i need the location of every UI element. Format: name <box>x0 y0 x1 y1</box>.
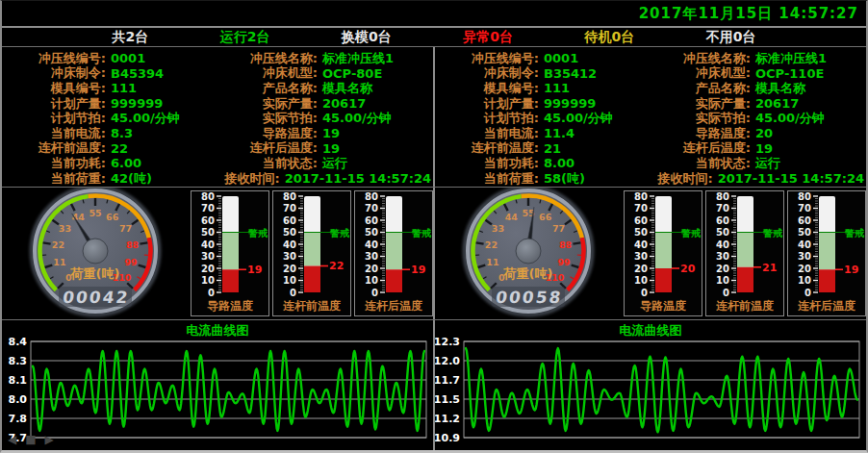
field-value: 标准冲压线1 <box>755 50 827 67</box>
info-column-0: 冲压线编号:0001冲床制令:B35412模具编号:111计划产量:999999… <box>441 51 652 187</box>
info-field-row: 实际节拍:45.00/分钟 <box>219 111 431 126</box>
gauge-tick-label: 99 <box>557 257 570 267</box>
thermometer-导路温度: 01020304050607080警戒20导路温度 <box>624 190 702 316</box>
titlebar: 2017年11月15日 14:57:27 <box>2 1 866 26</box>
thermo-scale-label: 20 <box>201 264 215 274</box>
field-value: 111 <box>544 81 570 95</box>
y-axis-label: 12.0 <box>435 355 460 367</box>
chart-title: 电流曲线图 <box>435 320 866 337</box>
thermo-scale-label: 30 <box>283 251 296 262</box>
info-field-row: 当前电流:11.4 <box>441 126 652 141</box>
info-field-row: 当前功耗:8.00 <box>441 156 652 171</box>
thermo-scale-label: 0 <box>290 288 296 298</box>
field-value: 19 <box>755 141 773 156</box>
y-axis-label: 8.4 <box>9 337 28 348</box>
status-item-1: 运行2台 <box>220 29 270 46</box>
field-value: 运行 <box>755 155 780 172</box>
field-value: 19 <box>322 126 340 140</box>
thermo-label: 连杆前温度 <box>283 299 341 313</box>
info-column-1: 冲压线名称:标准冲压线1冲床机型:OCP-80E产品名称:模具名称实际产量:20… <box>219 51 431 187</box>
thermo-scale-label: 30 <box>798 251 811 262</box>
thermo-scale-label: 0 <box>208 288 215 298</box>
field-value: 42(吨) <box>111 170 152 188</box>
thermo-scale-label: 40 <box>365 239 378 250</box>
stop-icon[interactable]: ■ <box>25 433 36 446</box>
thermo-scale-label: 70 <box>365 203 378 214</box>
field-value: 2017-11-15 14:57:24 <box>285 171 431 186</box>
warn-threshold-label: 警戒 <box>247 228 268 239</box>
info-field-row: 产品名称:模具名称 <box>652 81 864 96</box>
thermo-scale-label: 0 <box>371 288 378 298</box>
scroll-right-icon[interactable]: ▶ <box>45 433 54 446</box>
field-value: 8.00 <box>544 156 574 170</box>
gauge-odometer: 00058 <box>495 288 564 307</box>
info-field-row: 当前状态:运行 <box>652 156 864 171</box>
field-value: 模具名称 <box>322 80 372 97</box>
info-field-row: 冲压线编号:0001 <box>8 51 219 66</box>
thermo-scale-label: 80 <box>634 191 648 202</box>
thermometer-group: 01020304050607080警戒19导路温度010203040506070… <box>191 190 433 316</box>
info-field-row: 导路温度:19 <box>219 126 431 141</box>
info-field-row: 导路温度:20 <box>652 126 864 141</box>
info-field-row: 计划节拍:45.00/分钟 <box>441 111 652 126</box>
y-axis-label: 8.0 <box>9 393 28 406</box>
thermo-scale-label: 70 <box>283 203 296 214</box>
thermo-scale-label: 10 <box>283 275 296 286</box>
y-axis-label: 11.7 <box>435 374 460 387</box>
field-label: 接收时间: <box>219 170 280 188</box>
thermo-scale-label: 10 <box>201 275 215 286</box>
field-value: 0001 <box>111 51 145 65</box>
thermo-value: 21 <box>762 262 777 274</box>
gauge-unit-label: 荷重(吨) <box>70 266 120 281</box>
gauge-tick-label: 55 <box>89 208 101 218</box>
thermo-scale-label: 40 <box>201 239 215 250</box>
thermo-scale-label: 60 <box>798 215 811 226</box>
field-value: OCP-110E <box>755 66 824 81</box>
field-label: 接收时间: <box>652 170 713 188</box>
y-axis-label: 8.1 <box>9 374 28 387</box>
field-value: 999999 <box>544 96 596 111</box>
thermo-scale-label: 70 <box>634 203 648 214</box>
machine-1-info-panel: 冲压线编号:0001冲床制令:B45394模具编号:111计划产量:999999… <box>2 47 433 187</box>
info-field-row: 计划产量:999999 <box>8 96 219 112</box>
scroll-left-icon[interactable]: ◀ <box>8 433 16 446</box>
field-value: 模具名称 <box>755 80 805 97</box>
thermo-scale-label: 10 <box>634 275 648 286</box>
status-item-5: 不用0台 <box>706 29 756 46</box>
thermo-scale-label: 0 <box>804 288 811 298</box>
info-field-row: 当前功耗:6.00 <box>8 156 219 171</box>
thermometer-group: 01020304050607080警戒20导路温度010203040506070… <box>624 190 866 316</box>
thermo-scale-label: 10 <box>716 275 729 286</box>
thermo-value: 19 <box>411 264 425 276</box>
thermo-scale-label: 80 <box>365 191 378 202</box>
thermo-value: 19 <box>247 264 262 276</box>
field-value: 45.00/分钟 <box>322 110 392 127</box>
thermometer-连杆后温度: 01020304050607080警戒19连杆后温度 <box>787 190 866 316</box>
gauge-tick-label: 11 <box>486 257 498 267</box>
gauge-tick-label: 77 <box>552 223 565 234</box>
field-value: 运行 <box>322 155 347 172</box>
field-value: 58(吨) <box>544 170 585 188</box>
gauge-tick-label: 44 <box>505 212 519 222</box>
chart-toolbar: ◀ ■ ▶ <box>8 433 54 446</box>
monitor-window: 2017年11月15日 14:57:27 共2台运行2台换模0台异常0台待机0台… <box>0 0 868 453</box>
field-value: 21 <box>544 141 561 156</box>
info-field-row: 当前电流:8.3 <box>8 126 219 141</box>
load-gauge: 0112233445566778899110荷重(吨)00042 <box>2 188 189 319</box>
status-summary-bar: 共2台运行2台换模0台异常0台待机0台不用0台 <box>2 28 866 46</box>
thermo-scale-label: 80 <box>201 191 215 202</box>
info-field-row: 当前状态:运行 <box>219 156 431 171</box>
thermo-scale-label: 60 <box>365 215 378 226</box>
field-value: 999999 <box>111 96 163 111</box>
thermo-scale-label: 50 <box>365 227 378 238</box>
warn-threshold-label: 警戒 <box>411 228 432 239</box>
info-field-row: 冲压线名称:标准冲压线1 <box>652 51 864 66</box>
field-value: 标准冲压线1 <box>322 50 394 67</box>
info-field-row: 冲压线编号:0001 <box>441 51 652 66</box>
thermo-scale-label: 20 <box>798 264 811 274</box>
gauge-tick-label: 33 <box>492 223 504 234</box>
thermo-scale-label: 60 <box>283 215 296 226</box>
info-field-row: 当前荷重:42(吨) <box>8 171 219 187</box>
field-value: 19 <box>322 141 340 156</box>
thermo-scale-label: 0 <box>723 288 729 298</box>
